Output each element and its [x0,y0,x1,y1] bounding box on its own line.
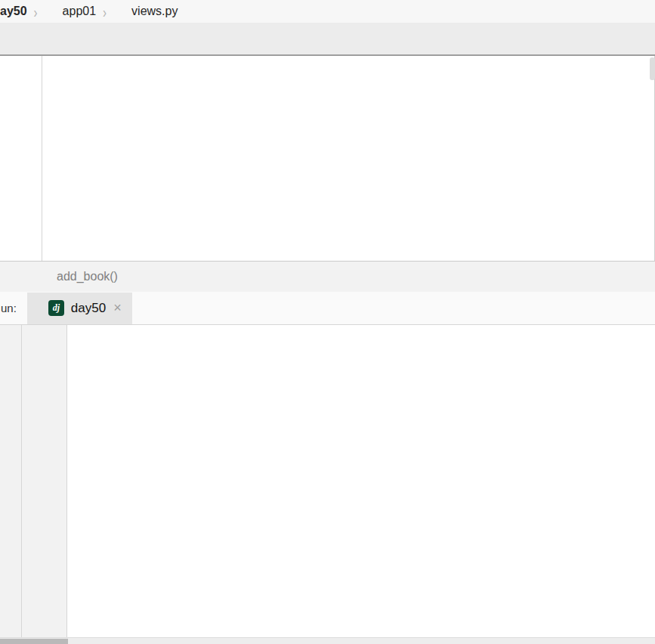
run-toolbar [0,325,21,644]
run-tab-label: day50 [71,301,106,316]
run-tool-window-header: un: dj day50 × [0,292,655,325]
run-console-panel [0,325,655,644]
current-function-label[interactable]: add_book() [57,270,118,283]
console-horizontal-scrollbar[interactable] [0,637,655,644]
console-toolbar [22,325,66,644]
code-editor[interactable] [0,56,655,261]
run-tab-day50[interactable]: dj day50 × [27,293,132,324]
breadcrumb-project[interactable]: ay50 [0,5,27,18]
django-icon: dj [48,300,64,316]
editor-tab-bar [0,23,655,56]
editor-scrollbar-thumb[interactable] [650,57,655,80]
run-tab-close-icon[interactable]: × [113,300,122,316]
breadcrumb-file[interactable]: views.py [131,5,178,18]
folder-icon [45,5,58,18]
chevron-right-icon: › [103,2,107,20]
breadcrumb: ay50 › app01 › views.py [0,0,655,23]
console-background [67,325,655,637]
python-file-icon [113,5,127,18]
context-navigation-bar: add_book() [0,261,655,293]
gutter-separator [42,56,42,261]
console-scrollbar-thumb[interactable] [0,639,68,644]
breadcrumb-package[interactable]: app01 [63,5,97,18]
run-label: un: [1,302,17,314]
chevron-right-icon: › [34,2,38,20]
